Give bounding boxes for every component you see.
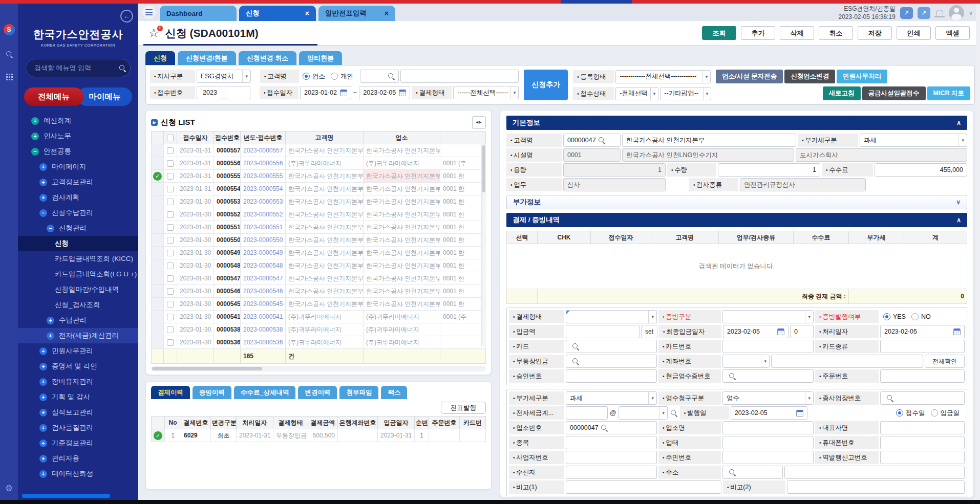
row-checkbox[interactable]	[167, 199, 174, 205]
search-icon[interactable]	[729, 372, 736, 380]
split-view-button[interactable]: ◀▶	[472, 116, 486, 129]
sidebar-item[interactable]: 신청_검사조회	[18, 297, 138, 313]
last-deposit-date-input[interactable]: 2023-02-05	[723, 325, 789, 338]
radio-person[interactable]	[331, 73, 338, 80]
table-row[interactable]: ✓2023-01-3100005552023-0000555한국가스공사 인천기…	[152, 170, 486, 183]
account-input[interactable]	[771, 355, 923, 368]
card-no-input[interactable]	[722, 340, 814, 353]
proof-type-select[interactable]: ▾	[722, 310, 814, 323]
sidebar-item[interactable]: +인사노무	[18, 128, 138, 144]
calendar-icon[interactable]	[953, 328, 961, 335]
sidebar-item[interactable]: +민원사무관리	[18, 343, 138, 359]
customer-code-input[interactable]	[360, 70, 399, 83]
change-shop-button[interactable]: 신청업소변경	[784, 70, 835, 83]
btn-print[interactable]: 인쇄	[897, 26, 931, 40]
row-checkbox[interactable]	[167, 314, 174, 320]
sidebar-item[interactable]: 신청	[18, 236, 138, 251]
subtab[interactable]: 신청변경 취소	[239, 51, 297, 65]
table-row[interactable]: 2023-01-3000005492023-0000549한국가스공사 인천기지…	[152, 247, 486, 259]
rail-grid-icon[interactable]	[6, 73, 13, 80]
item-input[interactable]	[566, 436, 657, 449]
sidebar-item[interactable]: +고객정보관리	[18, 174, 138, 190]
ceo-input[interactable]	[880, 421, 965, 434]
order-no-input[interactable]	[880, 369, 965, 383]
biz-type-input[interactable]	[722, 436, 814, 449]
address-input[interactable]	[784, 466, 965, 479]
facility-name-input[interactable]: 한국가스공사 인천LNG인수기지	[622, 148, 794, 162]
gear-icon[interactable]: ⚙	[5, 484, 13, 493]
customer-name-input[interactable]: 한국가스공사 인천기지본부	[622, 134, 796, 147]
branch-select[interactable]: ESG경영처▾	[197, 70, 251, 83]
sidebar-item[interactable]: +기준정보관리	[18, 435, 138, 451]
subtab[interactable]: 신청변경/환불	[178, 51, 236, 65]
external-link-icon[interactable]: ↗	[900, 7, 913, 19]
plus-icon[interactable]: +	[39, 194, 47, 202]
avatar[interactable]	[949, 5, 964, 20]
sidebar-item[interactable]: +예산회계	[18, 113, 138, 128]
search-icon[interactable]	[670, 409, 677, 417]
favorite-add-badge[interactable]: +	[157, 26, 163, 31]
plus-icon[interactable]: +	[39, 363, 47, 370]
process-date-input[interactable]: 2023-02-05	[880, 325, 965, 338]
extra-info-header[interactable]: 부가정보∨	[506, 195, 967, 209]
sidebar-item[interactable]: −신청수납관리	[18, 205, 138, 221]
search-icon[interactable]	[886, 395, 893, 402]
my-menu-button[interactable]: 마이메뉴	[77, 87, 132, 106]
customer-name-input[interactable]	[400, 70, 519, 83]
page-scrollbar[interactable]	[976, 4, 980, 500]
sidebar-item[interactable]: 신청일마감/수입내역	[18, 282, 138, 297]
etax-input[interactable]	[566, 406, 608, 420]
chevron-down-icon[interactable]: ∨	[969, 10, 973, 16]
inspection-type-input[interactable]: 안전관리규정심사	[740, 178, 866, 191]
receipt-state-select[interactable]: -전체선택▾	[615, 87, 658, 100]
table-row[interactable]: 2023-01-3000005502023-0000550한국가스공사 인천기지…	[152, 234, 486, 247]
plus-icon[interactable]: +	[47, 332, 54, 340]
table-row[interactable]: 2023-01-3000005532023-0000553한국가스공사 인천기지…	[152, 195, 486, 208]
minus-icon[interactable]: −	[31, 148, 39, 156]
shop-no-input[interactable]: 00000047	[566, 421, 657, 434]
row-checkbox[interactable]	[167, 262, 174, 269]
history-tab[interactable]: 첨부파일	[339, 386, 378, 399]
sidebar-item[interactable]: +실적보고관리	[18, 405, 138, 420]
table-row[interactable]: 2023-01-3100005572023-0000557한국가스공사 인천기지…	[152, 144, 486, 157]
list-vertical-scrollbar[interactable]	[481, 144, 486, 346]
table-row[interactable]: 2023-01-3000005472023-0000547한국가스공사 인천기지…	[152, 272, 486, 285]
search-icon[interactable]	[598, 137, 605, 144]
refresh-button[interactable]: 새로고침	[823, 86, 861, 100]
plus-icon[interactable]: +	[31, 133, 39, 140]
history-tab[interactable]: 변경이력	[298, 386, 337, 399]
search-icon[interactable]	[388, 73, 395, 80]
sidebar-item[interactable]: +관리자용	[18, 451, 138, 466]
sidebar-item[interactable]: +검사품질관리	[18, 420, 138, 435]
search-icon[interactable]	[572, 358, 579, 365]
list-horizontal-scrollbar[interactable]	[151, 366, 486, 371]
receiver-input[interactable]	[566, 466, 657, 479]
radio-deposit-day[interactable]	[931, 409, 938, 417]
main-tab[interactable]: 일반전표입력×	[318, 6, 395, 21]
btn-delete[interactable]: 삭제	[780, 26, 814, 40]
row-checkbox[interactable]	[167, 339, 174, 346]
sidebar-item[interactable]: 카드입금내역조회(LG U +)	[18, 267, 138, 282]
chevron-down-icon[interactable]: ∨	[956, 199, 961, 206]
minus-icon[interactable]: −	[47, 225, 54, 232]
row-checkbox[interactable]	[167, 250, 174, 256]
plus-icon[interactable]: +	[39, 409, 47, 417]
menu-search-input[interactable]: 검색할 메뉴명 입력	[26, 59, 131, 77]
reg-type-select[interactable]: ------------전체선택------------▾	[615, 70, 711, 83]
radio-receipt-day[interactable]	[896, 409, 903, 417]
cash-receipt-input[interactable]	[722, 369, 814, 383]
sub-biz-input[interactable]	[880, 391, 965, 405]
table-row[interactable]: 2023-01-3100005542023-0000554한국가스공사 인천기지…	[152, 183, 486, 195]
row-checkbox[interactable]	[167, 224, 174, 231]
calendar-icon[interactable]	[777, 328, 784, 335]
btn-add[interactable]: 추가	[741, 26, 775, 40]
receipt-state2-select[interactable]: --기타팝업--▾	[660, 87, 711, 100]
resident-no-input[interactable]	[722, 451, 814, 464]
history-tab[interactable]: 결제이력	[151, 386, 190, 399]
search-icon[interactable]	[572, 343, 579, 350]
calendar-icon[interactable]	[399, 90, 406, 96]
btn-save[interactable]: 저장	[858, 26, 892, 40]
plus-icon[interactable]: +	[31, 117, 39, 125]
table-row[interactable]: 2023-01-3000005512023-0000551한국가스공사 인천기지…	[152, 221, 486, 234]
table-row[interactable]: ✓16029최초2023-01-31무통장입금500,5002023-01-31…	[152, 429, 486, 442]
